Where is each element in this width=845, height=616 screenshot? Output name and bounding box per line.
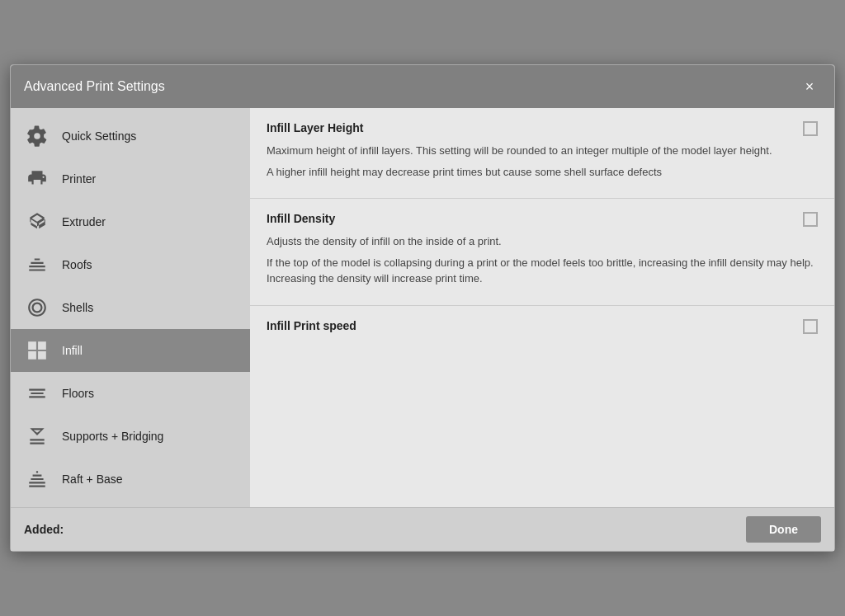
roofs-icon xyxy=(24,252,50,278)
sidebar-label-printer: Printer xyxy=(62,172,96,186)
setting-desc-1a: Maximum height of infill layers. This se… xyxy=(267,143,818,159)
sidebar-item-roofs[interactable]: Roofs xyxy=(11,243,250,286)
shells-icon xyxy=(24,294,50,321)
setting-header-2: Infill Density xyxy=(267,212,818,227)
dialog-title: Advanced Print Settings xyxy=(24,79,165,94)
dialog: Advanced Print Settings × Quick Settings xyxy=(10,64,835,552)
setting-desc-2b: If the top of the model is collapsing du… xyxy=(267,255,818,287)
sidebar-item-quick-settings[interactable]: Quick Settings xyxy=(11,115,250,158)
setting-checkbox-infill-print-speed[interactable] xyxy=(803,319,818,334)
extruder-icon xyxy=(24,209,50,235)
setting-infill-print-speed: Infill Print speed xyxy=(250,306,834,354)
printer-icon xyxy=(24,166,50,192)
settings-scroll[interactable]: Infill Layer Height Maximum height of in… xyxy=(250,108,834,507)
floors-icon xyxy=(24,380,50,407)
gear-icon xyxy=(24,123,50,149)
supports-icon xyxy=(24,423,50,449)
infill-icon xyxy=(24,337,50,364)
sidebar-label-raft-base: Raft + Base xyxy=(62,473,123,486)
sidebar-item-raft-base[interactable]: Raft + Base xyxy=(11,458,250,501)
dialog-body: Quick Settings Printer Extruder xyxy=(11,108,834,507)
setting-desc-1b: A higher infill height may decrease prin… xyxy=(267,164,818,181)
footer: Added: Done xyxy=(11,507,834,551)
setting-desc-2a: Adjusts the density of infill on the ins… xyxy=(267,233,818,250)
sidebar-item-floors[interactable]: Floors xyxy=(11,372,250,415)
setting-header-3: Infill Print speed xyxy=(267,319,818,334)
sidebar-item-printer[interactable]: Printer xyxy=(11,158,250,200)
sidebar-item-shells[interactable]: Shells xyxy=(11,286,250,329)
setting-infill-density: Infill Density Adjusts the density of in… xyxy=(250,199,834,306)
sidebar: Quick Settings Printer Extruder xyxy=(11,108,250,507)
setting-title-infill-print-speed: Infill Print speed xyxy=(267,319,356,332)
sidebar-label-extruder: Extruder xyxy=(62,215,106,228)
sidebar-item-extruder[interactable]: Extruder xyxy=(11,200,250,243)
setting-checkbox-infill-layer-height[interactable] xyxy=(803,121,818,136)
setting-title-infill-layer-height: Infill Layer Height xyxy=(267,121,363,134)
sidebar-label-shells: Shells xyxy=(62,301,93,314)
title-bar: Advanced Print Settings × xyxy=(11,65,834,108)
close-button[interactable]: × xyxy=(798,75,821,98)
setting-header-1: Infill Layer Height xyxy=(267,121,818,136)
sidebar-item-infill[interactable]: Infill xyxy=(11,329,250,372)
sidebar-label-floors: Floors xyxy=(62,387,94,400)
setting-infill-layer-height: Infill Layer Height Maximum height of in… xyxy=(250,108,834,199)
sidebar-label-roofs: Roofs xyxy=(62,258,92,271)
content-area: Infill Layer Height Maximum height of in… xyxy=(250,108,834,507)
added-label: Added: xyxy=(24,523,64,536)
sidebar-item-supports-bridging[interactable]: Supports + Bridging xyxy=(11,415,250,458)
setting-checkbox-infill-density[interactable] xyxy=(803,212,818,227)
setting-title-infill-density: Infill Density xyxy=(267,212,335,225)
sidebar-label-supports-bridging: Supports + Bridging xyxy=(62,430,163,443)
done-button[interactable]: Done xyxy=(746,516,821,543)
sidebar-label-quick-settings: Quick Settings xyxy=(62,129,136,143)
sidebar-label-infill: Infill xyxy=(62,344,83,357)
raft-icon xyxy=(24,466,50,492)
